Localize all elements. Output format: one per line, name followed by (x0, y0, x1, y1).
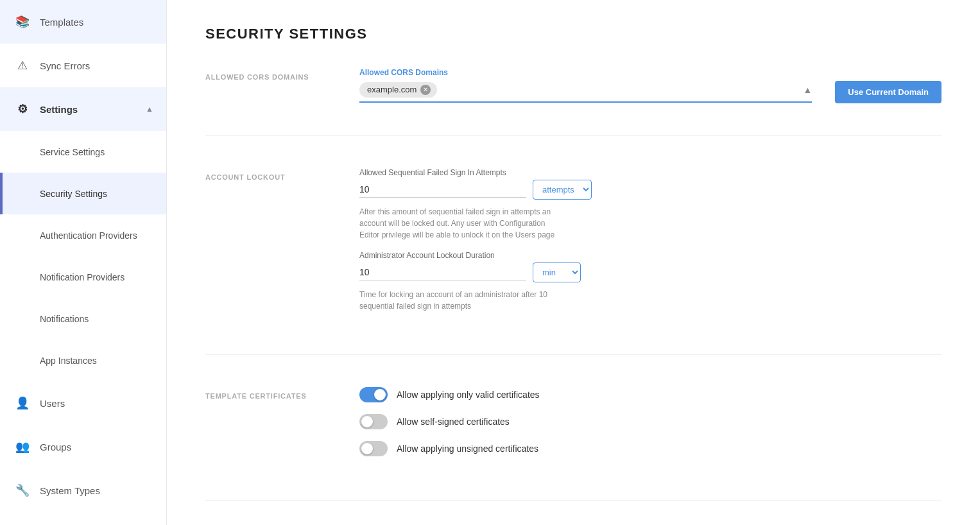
page-title: SECURITY SETTINGS (205, 26, 941, 42)
sidebar-sub-label: App Instances (40, 356, 153, 366)
sidebar-item-label: Settings (40, 104, 135, 115)
toggle-unsigned-slider (359, 441, 388, 456)
settings-icon: ⚙ (15, 102, 30, 116)
use-current-domain-button[interactable]: Use Current Domain (835, 81, 941, 103)
sidebar-item-notification-providers[interactable]: Notification Providers (0, 256, 166, 298)
attempts-hint: After this amount of sequential failed s… (359, 206, 565, 241)
sidebar-item-system-types[interactable]: 🔧 System Types (0, 469, 166, 512)
sidebar-item-label: Templates (40, 17, 153, 28)
sidebar-item-groups[interactable]: 👥 Groups (0, 425, 166, 469)
system-types-icon: 🔧 (15, 483, 30, 497)
sidebar-item-app-instances[interactable]: App Instances (0, 340, 166, 381)
toggle-valid-certs[interactable] (359, 387, 388, 402)
attempts-field-label: Allowed Sequential Failed Sign In Attemp… (359, 168, 941, 177)
attempts-input[interactable] (359, 182, 526, 198)
duration-hint: Time for locking an account of an admini… (359, 289, 565, 312)
sidebar-item-label: System Types (40, 485, 153, 496)
sidebar-item-notifications[interactable]: Notifications (0, 298, 166, 340)
cors-expand-icon[interactable]: ▲ (803, 85, 812, 95)
duration-field-row: min hours days (359, 262, 941, 282)
sidebar-sub-label: Security Settings (40, 189, 153, 199)
certificates-section: TEMPLATE CERTIFICATES Allow applying onl… (205, 387, 941, 501)
certificates-content: Allow applying only valid certificates A… (359, 387, 941, 468)
sidebar-item-label: Sync Errors (40, 60, 153, 71)
cors-content: Allowed CORS Domains example.com ✕ ▲ Use… (359, 68, 941, 103)
chevron-icon: ▲ (146, 105, 153, 114)
certificates-section-label: TEMPLATE CERTIFICATES (205, 387, 321, 468)
toggle-row-self-signed: Allow self-signed certificates (359, 414, 941, 429)
sidebar-sub-label: Notifications (40, 314, 153, 324)
cors-field-label: Allowed CORS Domains (359, 68, 941, 77)
sidebar-sub-label: Authentication Providers (40, 230, 153, 241)
sidebar-sub-label: Notification Providers (40, 272, 153, 282)
cors-section-label: ALLOWED CORS DOMAINS (205, 68, 321, 103)
sidebar-item-authentication-providers[interactable]: Authentication Providers (0, 214, 166, 256)
sidebar-item-settings[interactable]: ⚙ Settings ▲ (0, 87, 166, 131)
toggle-valid-certs-slider (359, 387, 388, 402)
sidebar-item-label: Groups (40, 442, 153, 452)
sidebar-item-service-settings[interactable]: Service Settings (0, 131, 166, 173)
cors-section: ALLOWED CORS DOMAINS Allowed CORS Domain… (205, 68, 941, 136)
toggle-self-signed-label: Allow self-signed certificates (397, 417, 510, 427)
sidebar-item-security-settings[interactable]: Security Settings (0, 173, 166, 214)
sidebar-item-users[interactable]: 👤 Users (0, 381, 166, 425)
account-lockout-content: Allowed Sequential Failed Sign In Attemp… (359, 168, 941, 322)
sidebar: 📚 Templates ⚠ Sync Errors ⚙ Settings ▲ S… (0, 0, 167, 525)
cors-tag-remove-button[interactable]: ✕ (420, 85, 431, 95)
cors-input-row[interactable]: example.com ✕ ▲ (359, 82, 812, 103)
toggle-row-valid-certs: Allow applying only valid certificates (359, 387, 941, 402)
attempts-unit-select[interactable]: attempts times (533, 180, 592, 200)
duration-field-label: Administrator Account Lockout Duration (359, 251, 941, 260)
account-lockout-label: ACCOUNT LOCKOUT (205, 168, 321, 322)
sidebar-sub-label: Service Settings (40, 147, 153, 157)
duration-input[interactable] (359, 264, 526, 280)
users-icon: 👤 (15, 396, 30, 410)
duration-unit-select[interactable]: min hours days (533, 262, 581, 282)
toggle-self-signed-slider (359, 414, 388, 429)
sidebar-item-label: Users (40, 398, 153, 409)
cors-tag: example.com ✕ (359, 82, 437, 98)
sidebar-item-sync-errors[interactable]: ⚠ Sync Errors (0, 44, 166, 87)
groups-icon: 👥 (15, 440, 30, 454)
cors-tag-value: example.com (367, 85, 417, 94)
toggle-valid-certs-label: Allow applying only valid certificates (397, 390, 540, 400)
attempts-field-row: attempts times (359, 180, 941, 200)
sidebar-item-templates[interactable]: 📚 Templates (0, 0, 166, 44)
sync-errors-icon: ⚠ (15, 58, 30, 73)
main-content: SECURITY SETTINGS ALLOWED CORS DOMAINS A… (167, 0, 980, 525)
toggle-self-signed[interactable] (359, 414, 388, 429)
account-lockout-section: ACCOUNT LOCKOUT Allowed Sequential Faile… (205, 168, 941, 355)
toggle-unsigned[interactable] (359, 441, 388, 456)
templates-icon: 📚 (15, 15, 30, 29)
toggle-row-unsigned: Allow applying unsigned certificates (359, 441, 941, 456)
toggle-unsigned-label: Allow applying unsigned certificates (397, 443, 538, 454)
